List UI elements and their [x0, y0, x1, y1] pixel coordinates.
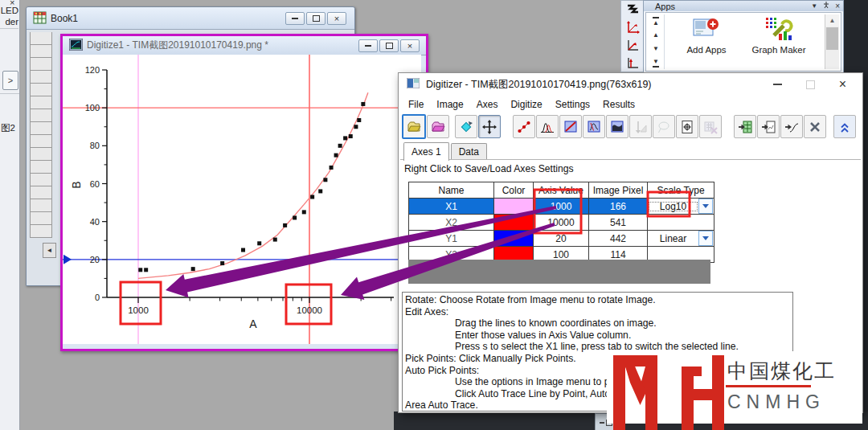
- column-header-image-pixel[interactable]: Image Pixel: [589, 182, 648, 199]
- axis-diagonal-tool-button[interactable]: [624, 37, 641, 54]
- scroll-thumb[interactable]: [826, 27, 838, 50]
- worksheet-row-header[interactable]: [30, 174, 52, 186]
- column-header-color[interactable]: Color: [494, 182, 534, 199]
- go-to-image-button[interactable]: [757, 115, 780, 138]
- go-to-data-button[interactable]: [734, 115, 756, 138]
- pick-peak-points-button[interactable]: [536, 115, 559, 138]
- axes-row-x1[interactable]: X11000166Log10: [409, 199, 714, 215]
- book1-minimize-button[interactable]: [285, 12, 305, 25]
- cell-scale-type[interactable]: Log10: [648, 199, 714, 215]
- book1-restore-button[interactable]: [306, 12, 326, 25]
- digitize1-close-button[interactable]: ×: [400, 39, 420, 52]
- worksheet-row-header[interactable]: [30, 122, 52, 135]
- scroll-to-bottom-button[interactable]: ▼: [648, 55, 664, 69]
- dock-tab-graph2[interactable]: 图2: [1, 122, 18, 134]
- cell-name[interactable]: X2: [409, 215, 494, 231]
- apps-close-icon[interactable]: ×: [835, 2, 840, 10]
- dock-item-der[interactable]: der: [0, 17, 18, 29]
- digitizer-titlebar[interactable]: Digitizer - TIM截图20191010170419.png(763x…: [399, 73, 862, 96]
- scale-type-dropdown[interactable]: [698, 231, 713, 246]
- worksheet-row-header[interactable]: [30, 135, 52, 148]
- cell-name[interactable]: Y1: [409, 231, 494, 247]
- digitizer-maximize-button[interactable]: [806, 80, 815, 89]
- scroll-up-button[interactable]: ▲: [648, 28, 664, 42]
- menu-results[interactable]: Results: [596, 96, 641, 113]
- scroll-down-button[interactable]: ▼: [648, 42, 664, 55]
- y1-line-handle[interactable]: [63, 255, 72, 264]
- open-image-button[interactable]: [402, 114, 426, 139]
- column-header-axis-value[interactable]: Axis Value: [534, 182, 589, 199]
- menu-file[interactable]: File: [402, 96, 430, 113]
- cell-image-pixel[interactable]: 166: [589, 199, 648, 215]
- book1-hscroll-left-button[interactable]: ◄: [43, 243, 56, 258]
- remove-points-button[interactable]: [699, 115, 722, 138]
- column-header-name[interactable]: Name: [409, 182, 494, 199]
- axis-up-tool-button[interactable]: [624, 55, 641, 72]
- worksheet-row-header[interactable]: [30, 225, 52, 238]
- digitizer-close-button[interactable]: ×: [839, 77, 846, 92]
- collapse-toolbar-button[interactable]: [833, 115, 856, 138]
- app-graph-maker[interactable]: Graph Maker: [744, 16, 813, 55]
- apps-panel-header[interactable]: Apps ▼ ×: [644, 1, 843, 11]
- cell-color-swatch[interactable]: [494, 199, 534, 215]
- worksheet-row-header[interactable]: [30, 161, 52, 174]
- tab-data[interactable]: Data: [451, 143, 487, 160]
- cell-name[interactable]: X1: [409, 199, 494, 215]
- worksheet-row-header[interactable]: [30, 32, 52, 45]
- worksheet-row-header[interactable]: [30, 96, 52, 109]
- auto-trace-line-button[interactable]: [559, 115, 582, 138]
- worksheet-row-header[interactable]: [30, 84, 52, 96]
- worksheet-row-header[interactable]: [30, 186, 52, 199]
- axes-row-x2[interactable]: X210000541: [409, 215, 714, 231]
- tab-axes-1[interactable]: Axes 1: [403, 142, 449, 161]
- apps-pin-icon[interactable]: [823, 2, 829, 10]
- scroll-to-top-button[interactable]: ▲: [648, 14, 664, 28]
- digitize1-titlebar[interactable]: Digitize1 - TIM截图20191010170419.png * ×: [63, 36, 426, 55]
- column-header-scale-type[interactable]: Scale Type: [648, 182, 714, 199]
- dock-item-led[interactable]: LED: [0, 6, 18, 15]
- cell-image-pixel[interactable]: 442: [589, 231, 648, 247]
- import-image-button[interactable]: [427, 115, 449, 138]
- worksheet-row-header[interactable]: [30, 71, 52, 84]
- cell-image-pixel[interactable]: 541: [589, 215, 648, 231]
- locate-point-button[interactable]: [676, 115, 698, 138]
- apps-scrollbar[interactable]: ▲: [825, 14, 839, 69]
- rotate-image-button[interactable]: [455, 115, 477, 138]
- go-to-curve-button[interactable]: [780, 115, 803, 138]
- worksheet-row-header[interactable]: [30, 109, 52, 122]
- region-select-button[interactable]: [653, 115, 675, 138]
- menu-axes[interactable]: Axes: [470, 96, 505, 113]
- worksheet-row-header[interactable]: [30, 212, 52, 225]
- zigzag-tool-button[interactable]: [624, 2, 641, 18]
- digitizer-minimize-button[interactable]: [773, 84, 782, 85]
- cell-color-swatch[interactable]: [494, 231, 534, 247]
- worksheet-row-header[interactable]: [30, 58, 52, 71]
- worksheet-row-header[interactable]: [30, 199, 52, 212]
- cell-axis-value[interactable]: 1000: [534, 199, 589, 215]
- manual-pick-points-button[interactable]: [513, 115, 535, 138]
- menu-digitize[interactable]: Digitize: [504, 96, 548, 113]
- apps-scroll-column[interactable]: ▲▲▼▼: [648, 14, 665, 69]
- book1-close-button[interactable]: ×: [327, 12, 346, 25]
- menu-settings[interactable]: Settings: [549, 96, 596, 113]
- apps-dropdown-icon[interactable]: ▼: [811, 2, 817, 10]
- close-digitizer-button[interactable]: [804, 115, 826, 138]
- cell-scale-type[interactable]: Linear: [648, 231, 714, 247]
- axes-row-y1[interactable]: Y120442Linear: [409, 231, 714, 247]
- cell-color-swatch[interactable]: [494, 215, 534, 231]
- scale-type-dropdown[interactable]: [698, 199, 713, 214]
- cell-scale-type[interactable]: [648, 215, 714, 231]
- scroll-up-arrow[interactable]: ▲: [825, 14, 839, 27]
- book1-titlebar[interactable]: Book1 ×: [27, 7, 354, 30]
- digitize1-minimize-button[interactable]: [358, 39, 378, 52]
- mdi-minimize-icon[interactable]: [600, 422, 604, 424]
- cell-axis-value[interactable]: 10000: [534, 215, 589, 231]
- cell-axis-value[interactable]: 20: [534, 231, 589, 247]
- auto-trace-line-by-point-button[interactable]: [583, 115, 605, 138]
- app-add-apps[interactable]: Add Apps: [677, 16, 736, 55]
- menu-image[interactable]: Image: [430, 96, 469, 113]
- worksheet-row-header[interactable]: [30, 148, 52, 161]
- worksheet-row-header[interactable]: [30, 45, 52, 58]
- axes-red-tool-button[interactable]: [624, 19, 641, 36]
- auto-trace-area-button[interactable]: [606, 115, 628, 138]
